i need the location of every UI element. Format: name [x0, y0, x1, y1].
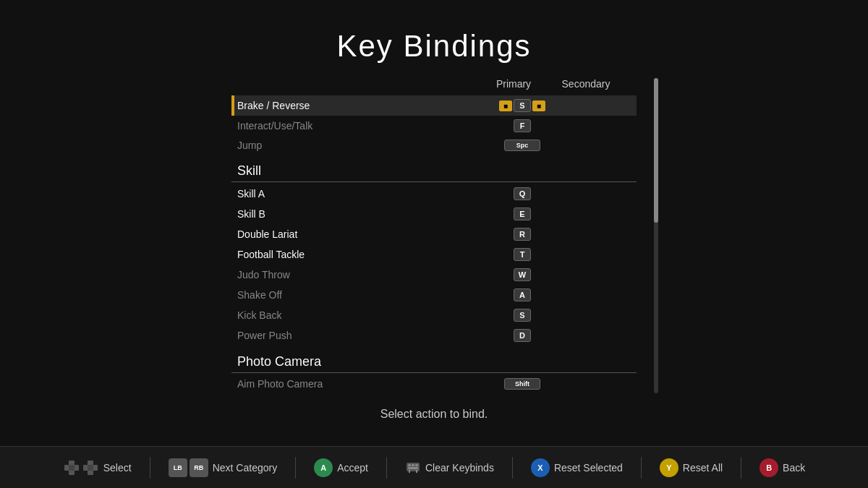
primary-key-slot: E: [486, 207, 558, 221]
primary-column-header: Primary: [477, 78, 550, 90]
binding-row[interactable]: Kick Back S: [231, 305, 637, 325]
back-action[interactable]: B Back: [760, 458, 805, 477]
divider: [150, 457, 150, 479]
binding-row[interactable]: Aim Photo Camera Shift: [231, 374, 637, 393]
primary-key-slot: D: [486, 329, 558, 342]
action-label: Shake Off: [237, 289, 486, 301]
binding-row[interactable]: Interact/Use/Talk F: [231, 116, 637, 136]
divider: [512, 457, 513, 479]
primary-key-slot: F: [486, 119, 558, 132]
svg-rect-9: [88, 465, 93, 471]
divider: [641, 457, 642, 479]
primary-key-slot: ■ S ■: [486, 99, 558, 112]
lb-icon: LB: [169, 458, 187, 477]
reset-selected-label: Reset Selected: [554, 462, 623, 474]
a-button-icon: A: [314, 458, 333, 477]
action-label: Skill A: [237, 188, 486, 200]
binding-row[interactable]: Football Tackle T: [231, 244, 637, 265]
select-action[interactable]: Select: [63, 459, 132, 476]
primary-key-slot: Shift: [486, 378, 558, 390]
primary-key-slot: T: [486, 248, 558, 261]
action-label: Double Lariat: [237, 228, 486, 240]
svg-rect-13: [415, 464, 418, 466]
svg-rect-11: [408, 464, 411, 466]
action-label: Skill B: [237, 208, 486, 220]
action-label: Brake / Reverse: [237, 100, 486, 111]
y-button-icon: Y: [660, 458, 678, 477]
accept-action[interactable]: A Accept: [314, 458, 368, 477]
binding-row[interactable]: Shake Off A: [231, 285, 637, 305]
reset-all-label: Reset All: [683, 462, 723, 474]
skill-section-header: Skill: [231, 155, 637, 182]
action-label: Judo Throw: [237, 269, 486, 281]
column-headers: Primary Secondary: [231, 78, 637, 90]
scrollbar[interactable]: [654, 78, 658, 393]
secondary-column-header: Secondary: [550, 78, 622, 90]
accept-label: Accept: [337, 462, 368, 474]
action-label: Interact/Use/Talk: [237, 120, 486, 132]
action-label: Jump: [237, 140, 486, 151]
rb-icon: RB: [190, 458, 208, 477]
next-category-action[interactable]: LB RB Next Category: [169, 458, 277, 477]
action-label: Football Tackle: [237, 249, 486, 260]
bottom-bar: Select LB RB Next Category A Accept: [0, 446, 868, 488]
page-title: Key Bindings: [0, 0, 868, 78]
primary-key-slot: W: [486, 268, 558, 281]
bindings-panel: Primary Secondary Brake / Reverse ■ S ■ …: [231, 78, 637, 393]
primary-key-slot: Spc: [486, 140, 558, 151]
action-label: Power Push: [237, 330, 486, 341]
binding-row[interactable]: Jump Spc: [231, 136, 637, 155]
primary-key-slot: S: [486, 309, 558, 322]
divider: [741, 457, 741, 479]
binding-row[interactable]: Power Push D: [231, 325, 637, 346]
svg-rect-12: [412, 464, 414, 466]
next-category-label: Next Category: [213, 462, 277, 474]
binding-row[interactable]: Judo Throw W: [231, 265, 637, 285]
binding-row[interactable]: Brake / Reverse ■ S ■: [231, 95, 637, 116]
binding-row[interactable]: Skill A Q: [231, 184, 637, 204]
dpad-icon-2: [82, 459, 99, 476]
divider: [295, 457, 296, 479]
clear-keybinds-action[interactable]: Clear Keybinds: [405, 460, 494, 476]
action-label: Kick Back: [237, 309, 486, 321]
scrollbar-thumb[interactable]: [654, 78, 658, 223]
clear-keybinds-icon: [405, 460, 421, 476]
clear-keybinds-label: Clear Keybinds: [425, 462, 494, 474]
photo-camera-section-header: Photo Camera: [231, 346, 637, 373]
reset-selected-action[interactable]: X Reset Selected: [531, 458, 623, 477]
binding-row[interactable]: Double Lariat R: [231, 224, 637, 244]
primary-key-slot: R: [486, 228, 558, 241]
primary-key-slot: A: [486, 288, 558, 301]
primary-key-slot: Q: [486, 187, 558, 200]
x-button-icon: X: [531, 458, 550, 477]
b-button-icon: B: [760, 458, 778, 477]
svg-rect-14: [408, 467, 418, 469]
status-text: Select action to bind.: [0, 408, 868, 421]
action-label: Aim Photo Camera: [237, 378, 486, 390]
binding-row[interactable]: Skill B E: [231, 204, 637, 224]
divider: [386, 457, 387, 479]
reset-all-action[interactable]: Y Reset All: [660, 458, 723, 477]
back-label: Back: [783, 462, 805, 474]
svg-rect-4: [69, 465, 75, 471]
dpad-icon: [63, 459, 80, 476]
select-label: Select: [103, 462, 132, 474]
